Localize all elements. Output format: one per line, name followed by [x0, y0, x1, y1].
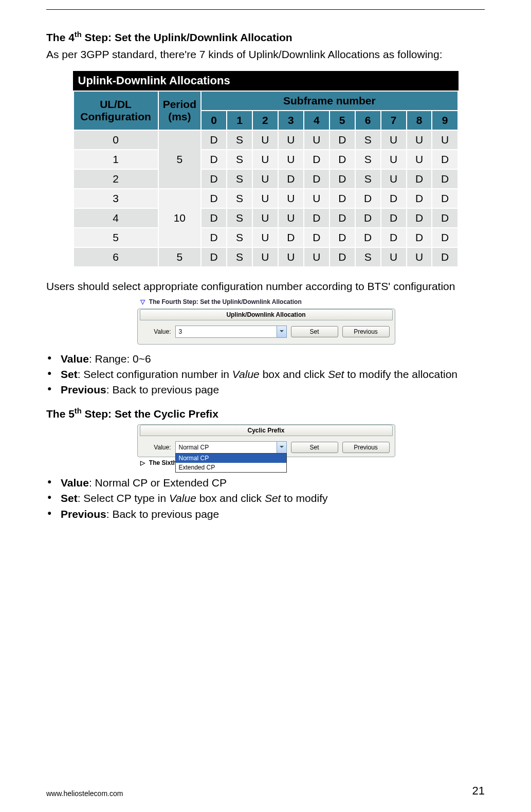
cell: S: [227, 228, 252, 247]
table-row: 0 5 DSUUUDSUUU: [74, 130, 458, 150]
set-button[interactable]: Set: [291, 326, 338, 337]
triangle-right-icon: ▷: [140, 459, 148, 466]
cp-value-text: Normal CP: [179, 444, 209, 451]
cp-option-normal[interactable]: Normal CP: [176, 454, 286, 463]
cell: D: [432, 228, 457, 247]
hd4-sup: th: [75, 30, 82, 39]
list-item: Set: Select CP type in Value box and cli…: [61, 491, 485, 506]
cell: D: [355, 189, 381, 208]
cell: U: [304, 189, 329, 208]
previous-button[interactable]: Previous: [342, 442, 390, 453]
cell: D: [201, 130, 227, 150]
cell: U: [252, 228, 278, 247]
cell: D: [201, 247, 227, 267]
cell: 6: [74, 247, 158, 267]
cell: S: [355, 130, 381, 150]
cell: D: [432, 150, 457, 169]
cell: S: [355, 150, 381, 169]
list-item: Set: Select configuration number in Valu…: [61, 367, 485, 382]
t: : Normal CP or Extended CP: [89, 477, 227, 489]
page-number: 21: [472, 784, 485, 798]
cp-option-extended[interactable]: Extended CP: [176, 463, 286, 472]
t: box and click: [196, 492, 265, 504]
table-row: 5 DSUDDDDDDD: [74, 228, 458, 247]
cell: D: [329, 130, 355, 150]
cell: U: [381, 130, 407, 150]
table-row: 4 DSUUDDDDDD: [74, 208, 458, 228]
cell: D: [432, 208, 457, 228]
cell: S: [227, 208, 252, 228]
cell: U: [278, 247, 304, 267]
cell: D: [432, 169, 457, 189]
dropdown-arrow-icon[interactable]: [277, 326, 286, 337]
value-combo[interactable]: 3: [175, 326, 287, 338]
cell: 4: [74, 208, 158, 228]
cell: D: [201, 189, 227, 208]
value-label: Value:: [143, 328, 171, 335]
sf-5: 5: [329, 111, 355, 130]
cell: S: [227, 150, 252, 169]
alloc-table-title: Uplink-Downlink Allocations: [73, 71, 459, 91]
cell: S: [355, 169, 381, 189]
cell: U: [252, 247, 278, 267]
sf-8: 8: [407, 111, 432, 130]
cell: 10: [158, 189, 202, 247]
footer-url: www.heliostelecom.com: [46, 789, 123, 798]
t: Set: [328, 368, 344, 380]
hd5-pre: The 5: [46, 408, 75, 420]
sf-0: 0: [201, 111, 227, 130]
cell: D: [381, 208, 407, 228]
value-combo-text: 3: [179, 328, 182, 335]
cell: 2: [74, 169, 158, 189]
cell: D: [201, 208, 227, 228]
cell: D: [304, 208, 329, 228]
page-footer: www.heliostelecom.com 21: [46, 784, 485, 798]
cp-value-combo[interactable]: Normal CP Normal CP Extended CP: [175, 441, 287, 454]
cell: S: [355, 247, 381, 267]
sf-7: 7: [381, 111, 407, 130]
triangle-down-icon: ▽: [140, 298, 148, 305]
t: to modify: [281, 492, 327, 504]
cell: D: [407, 189, 432, 208]
step4-bullets: Value: Range: 0~6 Set: Select configurat…: [46, 352, 485, 398]
cell: U: [381, 247, 407, 267]
cell: 5: [158, 130, 202, 189]
cell: S: [227, 169, 252, 189]
col-cfg: UL/DL Configuration: [74, 91, 158, 130]
table-row: 2 DSUDDDSUDD: [74, 169, 458, 189]
cell: D: [304, 169, 329, 189]
table-row: 3 10 DSUUUDDDDD: [74, 189, 458, 208]
cell: D: [329, 189, 355, 208]
t: Value: [232, 368, 260, 380]
cp-dropdown-list[interactable]: Normal CP Extended CP: [175, 453, 287, 473]
previous-button[interactable]: Previous: [342, 326, 390, 337]
col-period: Period (ms): [158, 91, 202, 130]
panel4-step-line[interactable]: ▽ The Fourth Step: Set the Uplink/Downli…: [137, 297, 394, 306]
cell: D: [304, 150, 329, 169]
cell: D: [329, 247, 355, 267]
allocation-table: Uplink-Downlink Allocations UL/DL Config…: [73, 71, 459, 267]
set-button[interactable]: Set: [291, 442, 338, 453]
sixth-pre: The Sixth: [149, 459, 177, 466]
cell: D: [355, 228, 381, 247]
list-item: Previous: Back to previous page: [61, 507, 485, 521]
cell: S: [227, 130, 252, 150]
list-item: Value: Range: 0~6: [61, 352, 485, 366]
t: : Select CP type in: [78, 492, 169, 504]
cell: U: [407, 150, 432, 169]
cell: U: [252, 150, 278, 169]
cell: D: [407, 169, 432, 189]
cell: 5: [74, 228, 158, 247]
cell: U: [407, 247, 432, 267]
t: Value: [61, 353, 89, 365]
sf-6: 6: [355, 111, 381, 130]
hd4-pre: The 4: [46, 31, 75, 43]
cell: D: [355, 208, 381, 228]
cell: D: [329, 169, 355, 189]
panel5-title: Cyclic Prefix: [140, 425, 393, 436]
t: : Select configuration number in: [78, 368, 232, 380]
cell: D: [201, 150, 227, 169]
dropdown-arrow-icon[interactable]: [277, 442, 286, 453]
sf-1: 1: [227, 111, 252, 130]
uplink-downlink-panel: Uplink/Downlink Allocation Value: 3 Set …: [137, 309, 395, 345]
